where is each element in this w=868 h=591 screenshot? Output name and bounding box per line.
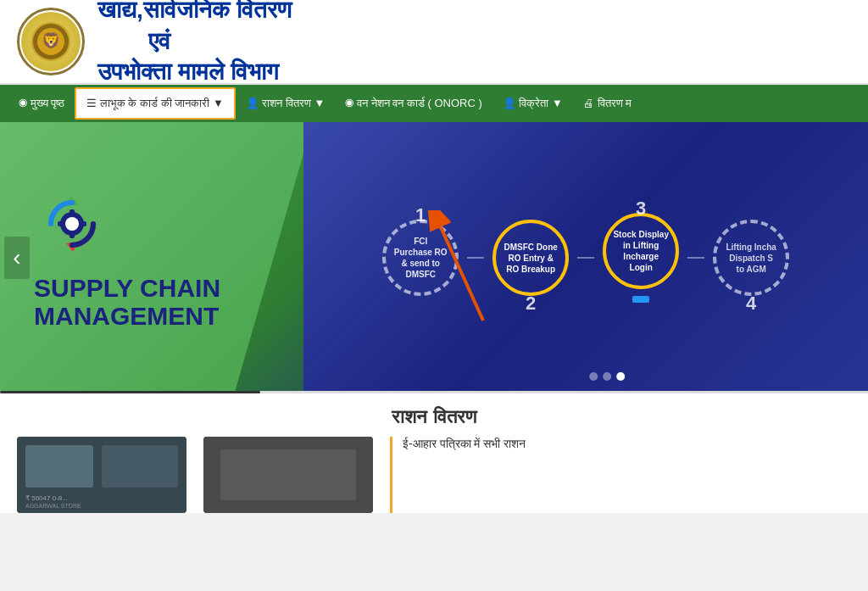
step-3: 3 Stock Display in Lifting Incharge Logi… (603, 213, 679, 303)
header-title: खाद्य,सार्वजनिक वितरण एवं उपभोक्ता मामले… (97, 0, 292, 88)
step-1-number: 1 (415, 204, 426, 226)
svg-text:AGGARWAL STORE: AGGARWAL STORE (25, 503, 81, 509)
svg-rect-14 (25, 445, 93, 488)
nav-card-info[interactable]: ☰ लाभूक के कार्ड की जानकारी ▼ (75, 87, 236, 120)
header: 🦁 खाद्य,सार्वजनिक वितरण एवं उपभोक्ता माम… (0, 0, 868, 85)
hero-right-panel: 1 FCI Purchase RO & send to DMSFC DMSFC … (303, 122, 868, 393)
nav-ration[interactable]: 👤 राशन वितरण ▼ (236, 85, 336, 122)
gear-icon (34, 186, 110, 265)
svg-rect-15 (102, 445, 178, 488)
news-image-1: ₹ 56047 0-8... AGGARWAL STORE (17, 437, 186, 513)
svg-rect-12 (80, 221, 86, 226)
svg-text:₹ 56047 0-8...: ₹ 56047 0-8... (25, 494, 68, 502)
step-2-number: 2 (526, 293, 536, 315)
hero-banner: PROC (0, 122, 868, 393)
government-logo: 🦁 (17, 8, 85, 75)
news-card-1: ₹ 56047 0-8... AGGARWAL STORE (17, 437, 186, 513)
svg-rect-11 (58, 221, 64, 226)
step-1: 1 FCI Purchase RO & send to DMSFC (382, 220, 459, 296)
dot-2[interactable] (603, 372, 611, 381)
step-4-number: 4 (746, 293, 756, 315)
svg-rect-9 (70, 209, 75, 216)
news-card-2 (203, 437, 373, 513)
step-3-circle: Stock Display in Lifting Incharge Login (603, 213, 679, 289)
step-3-indicator (632, 296, 649, 303)
header-text-block: खाद्य,सार्वजनिक वितरण एवं उपभोक्ता मामले… (97, 0, 292, 88)
below-hero-section: राशन वितरण ₹ 56047 0-8... AGGARWAL STORE (0, 393, 868, 513)
process-steps: 1 FCI Purchase RO & send to DMSFC DMSFC … (382, 200, 789, 315)
step-4-circle: Lifting Incha Dispatch S to AGM (713, 220, 789, 296)
scroll-thumb (0, 391, 260, 393)
section-title: राशन वितरण (17, 406, 851, 428)
nav-distribution[interactable]: 🖨 वितरण म (573, 85, 642, 122)
svg-text:🦁: 🦁 (42, 31, 61, 50)
step-3-number: 3 (636, 198, 646, 220)
step-2-circle: DMSFC Done RO Entry & RO Breakup (492, 220, 569, 296)
nav-seller[interactable]: 👤 विक्रेता ▼ (492, 85, 573, 122)
svg-rect-10 (70, 231, 75, 238)
svg-point-8 (65, 217, 79, 231)
navbar: ◉ मुख्य पृष्ठ ☰ लाभूक के कार्ड की जानकार… (0, 85, 868, 122)
dot-3[interactable] (616, 372, 625, 381)
nav-home[interactable]: ◉ मुख्य पृष्ठ (8, 85, 75, 122)
supply-chain-title: SUPPLY CHAIN MANAGEMENT (34, 274, 220, 330)
dot-1[interactable] (589, 372, 598, 381)
scroll-line (0, 391, 868, 393)
slider-dots (589, 360, 625, 381)
step-4: Lifting Incha Dispatch S to AGM 4 (713, 220, 789, 296)
bottom-content: ₹ 56047 0-8... AGGARWAL STORE ई-आहार पत्… (17, 437, 851, 513)
news-image-2 (203, 437, 373, 513)
svg-rect-19 (220, 449, 356, 500)
right-panel-text: ई-आहार पत्रिका में सभी राशन (403, 437, 851, 451)
slider-prev-button[interactable]: ‹ (4, 237, 30, 279)
connector-2 (577, 257, 594, 259)
logo-emblem: 🦁 (21, 12, 81, 71)
connector-1 (467, 257, 484, 259)
nav-onorc[interactable]: ◉ वन नेशन वन कार्ड ( ONORC ) (335, 85, 492, 122)
right-info-panel: ई-आहार पत्रिका में सभी राशन (390, 437, 851, 513)
step-2: DMSFC Done RO Entry & RO Breakup 2 (492, 220, 569, 296)
connector-3 (687, 257, 704, 259)
step-1-circle: FCI Purchase RO & send to DMSFC (382, 220, 459, 296)
